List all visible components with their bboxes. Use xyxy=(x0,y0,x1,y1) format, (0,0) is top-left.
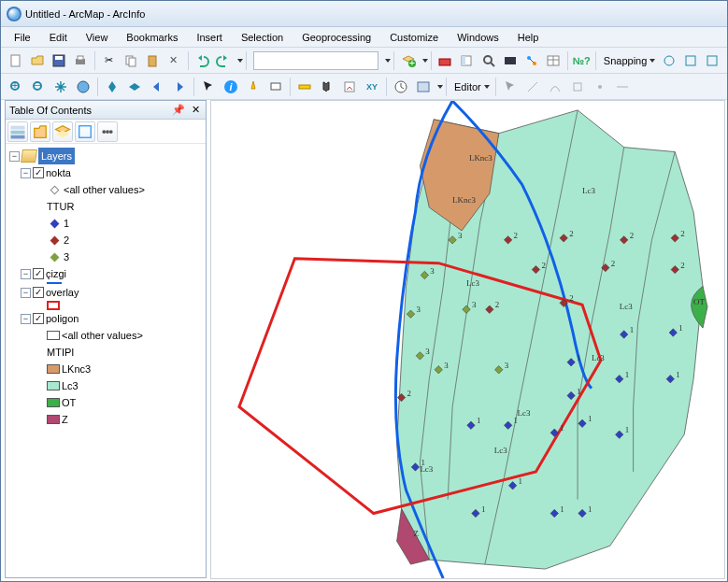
print-button[interactable] xyxy=(71,50,91,71)
add-data-button[interactable]: + xyxy=(398,50,418,71)
layer-poligon[interactable]: poligon xyxy=(46,310,79,327)
checkbox-poligon[interactable]: ✓ xyxy=(33,313,44,324)
menu-help[interactable]: Help xyxy=(510,30,547,45)
measure-button[interactable] xyxy=(294,77,315,97)
edit-tool-button[interactable] xyxy=(500,77,521,97)
toolbox-button[interactable] xyxy=(435,50,455,71)
edit-trace-button[interactable] xyxy=(567,77,588,97)
expand-overlay[interactable]: − xyxy=(21,288,31,298)
html-popup-button[interactable] xyxy=(265,77,286,97)
menu-customize[interactable]: Customize xyxy=(382,30,446,45)
hyperlink-button[interactable] xyxy=(243,77,264,97)
go-to-xy-button[interactable]: XY xyxy=(362,77,382,97)
svg-rect-2 xyxy=(55,56,63,60)
toc-list-visibility-button[interactable] xyxy=(52,121,73,142)
svg-text:+: + xyxy=(409,57,415,68)
pan-button[interactable] xyxy=(50,77,71,97)
svg-rect-23 xyxy=(686,56,695,65)
new-button[interactable] xyxy=(6,50,25,71)
viewer-window-button[interactable] xyxy=(413,77,434,97)
edit-straight-button[interactable] xyxy=(522,77,543,97)
save-button[interactable] xyxy=(49,50,68,71)
point-label: 3 xyxy=(505,361,509,370)
editor-dropdown[interactable]: Editor xyxy=(450,78,492,95)
find-route-button[interactable] xyxy=(339,77,360,97)
layer-cizgi[interactable]: çizgi xyxy=(46,265,66,282)
toc-list-selection-button[interactable] xyxy=(75,121,95,142)
point-label: 1 xyxy=(577,353,580,362)
svg-point-39 xyxy=(598,85,602,89)
point-label: 1 xyxy=(560,423,564,433)
svg-rect-36 xyxy=(418,82,429,92)
edit-vertices-button[interactable] xyxy=(612,77,633,97)
full-extent-button[interactable] xyxy=(73,77,93,97)
toc-list-drawing-order-button[interactable] xyxy=(7,121,28,142)
expand-poligon[interactable]: − xyxy=(21,314,31,324)
nokta-v3: 3 xyxy=(64,248,69,265)
menu-selection[interactable]: Selection xyxy=(234,30,291,45)
toc-list-source-button[interactable] xyxy=(30,121,50,142)
menu-windows[interactable]: Windows xyxy=(450,30,507,45)
menu-geoprocessing[interactable]: Geoprocessing xyxy=(294,30,378,45)
python-button[interactable] xyxy=(500,50,520,71)
edit-arc-button[interactable] xyxy=(545,77,565,97)
expand-nokta[interactable]: − xyxy=(21,168,31,178)
expand-layers[interactable]: − xyxy=(9,151,20,162)
fixed-zoom-out-button[interactable] xyxy=(124,77,145,97)
select-button[interactable] xyxy=(198,77,219,97)
menu-view[interactable]: View xyxy=(79,30,116,45)
menu-file[interactable]: File xyxy=(7,30,38,45)
expand-cizgi[interactable]: − xyxy=(21,269,31,279)
layer-nokta[interactable]: nokta xyxy=(46,164,71,181)
menu-edit[interactable]: Edit xyxy=(42,30,75,45)
map-view[interactable]: LKnc3LKnc3Lc3Lc3Lc3Lc3Lc3Lc3Lc3OTZ 32222… xyxy=(210,100,725,579)
snap-vertex-button[interactable] xyxy=(703,50,722,71)
redo-button[interactable] xyxy=(214,50,234,71)
catalog-button[interactable] xyxy=(457,50,477,71)
table-button[interactable] xyxy=(544,50,564,71)
delete-button[interactable]: ✕ xyxy=(164,50,183,71)
toc-pin-icon[interactable]: 📌 xyxy=(172,104,185,116)
point-label: 2 xyxy=(514,231,518,240)
scale-input[interactable] xyxy=(253,51,379,70)
zoom-out-button[interactable]: – xyxy=(28,77,49,97)
identify-button[interactable]: i xyxy=(221,77,241,97)
cut-button[interactable]: ✂ xyxy=(99,50,119,71)
svg-rect-43 xyxy=(11,135,25,138)
search-button[interactable] xyxy=(478,50,498,71)
fixed-zoom-in-button[interactable] xyxy=(102,77,122,97)
menu-insert[interactable]: Insert xyxy=(189,30,230,45)
snap-point-button[interactable] xyxy=(659,50,678,71)
open-button[interactable] xyxy=(27,50,47,71)
point-label: 2 xyxy=(495,300,499,309)
help-button[interactable]: №? xyxy=(572,50,592,71)
checkbox-cizgi[interactable]: ✓ xyxy=(33,268,44,279)
undo-button[interactable] xyxy=(193,50,212,71)
model-builder-button[interactable] xyxy=(521,50,541,71)
svg-point-46 xyxy=(106,130,109,134)
paste-button[interactable] xyxy=(142,50,162,71)
snapping-dropdown[interactable]: Snapping xyxy=(599,52,659,69)
back-button[interactable] xyxy=(147,77,167,97)
layers-root[interactable]: Layers xyxy=(38,148,75,164)
svg-rect-7 xyxy=(149,56,156,66)
menu-bookmarks[interactable]: Bookmarks xyxy=(119,30,185,45)
point-label: 1 xyxy=(421,458,424,467)
toc-options-button[interactable] xyxy=(97,121,118,142)
svg-rect-33 xyxy=(299,85,310,89)
region-label: LKnc3 xyxy=(469,153,492,163)
forward-button[interactable] xyxy=(169,77,190,97)
zoom-in-button[interactable]: + xyxy=(6,77,26,97)
snap-end-button[interactable] xyxy=(681,50,701,71)
app-icon xyxy=(7,7,21,21)
time-slider-button[interactable] xyxy=(391,77,411,97)
layer-overlay[interactable]: overlay xyxy=(46,284,79,301)
find-button[interactable] xyxy=(317,77,337,97)
region-label: Lc3 xyxy=(582,186,595,195)
checkbox-nokta[interactable]: ✓ xyxy=(33,167,44,178)
edit-point-button[interactable] xyxy=(590,77,610,97)
region-label: Lc3 xyxy=(466,278,479,288)
checkbox-overlay[interactable]: ✓ xyxy=(33,287,44,298)
copy-button[interactable] xyxy=(121,50,140,71)
toc-close-button[interactable]: ✕ xyxy=(189,104,202,117)
